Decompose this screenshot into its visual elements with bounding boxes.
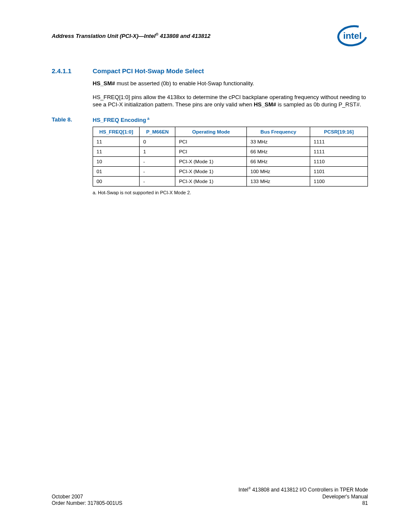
cell: 1111 [310, 146, 368, 156]
footer-page-number: 81 [238, 500, 368, 507]
section-number: 2.4.1.1 [52, 67, 93, 75]
th-opmode: Operating Mode [175, 127, 247, 137]
table-label-row: Table 8. HS_FREQ Encoding a [52, 116, 368, 123]
header-reg: ® [156, 32, 159, 37]
th-hsfreq: HS_FREQ[1:0] [93, 127, 140, 137]
table-row: 11 1 PCI 66 MHz 1111 [93, 146, 368, 156]
table-caption-sup: a [146, 116, 149, 121]
footer-product-pre: Intel [238, 487, 248, 493]
footer-product-post: 413808 and 413812 I/O Controllers in TPE… [251, 487, 368, 493]
footer-date: October 2007 [52, 494, 122, 501]
footer-manual: Developer's Manual [238, 494, 368, 501]
cell: PCI-X (Mode 1) [175, 176, 247, 186]
cell: 133 MHz [247, 176, 310, 186]
page-header: Address Translation Unit (PCI-X)—Intel® … [52, 25, 368, 47]
para1-rest: must be asserted (0b) to enable Hot-Swap… [115, 80, 254, 87]
cell: - [140, 156, 175, 166]
section-heading: 2.4.1.1 Compact PCI Hot-Swap Mode Select [52, 67, 368, 75]
paragraph-1: HS_SM# must be asserted (0b) to enable H… [93, 80, 368, 87]
cell: 66 MHz [247, 156, 310, 166]
cell: 1111 [310, 137, 368, 146]
table-row: 01 - PCI-X (Mode 1) 100 MHz 1101 [93, 166, 368, 176]
para2-bold: HS_SM# [254, 101, 276, 108]
footer-product: Intel® 413808 and 413812 I/O Controllers… [238, 486, 368, 494]
cell: 66 MHz [247, 146, 310, 156]
table-row: 00 - PCI-X (Mode 1) 133 MHz 1100 [93, 176, 368, 186]
cell: - [140, 176, 175, 186]
para1-bold: HS_SM# [93, 80, 115, 87]
table-caption-text: HS_FREQ Encoding [93, 117, 146, 123]
cell: 33 MHz [247, 137, 310, 146]
footer-left: October 2007 Order Number: 317805-001US [52, 494, 122, 507]
cell: PCI-X (Mode 1) [175, 166, 247, 176]
table-header-row: HS_FREQ[1:0] P_M66EN Operating Mode Bus … [93, 127, 368, 137]
header-title-post: 413808 and 413812 [159, 33, 211, 39]
hsfreq-table: HS_FREQ[1:0] P_M66EN Operating Mode Bus … [93, 127, 368, 187]
cell: 01 [93, 166, 140, 176]
header-title: Address Translation Unit (PCI-X)—Intel® … [52, 32, 210, 39]
table-row: 10 - PCI-X (Mode 1) 66 MHz 1110 [93, 156, 368, 166]
cell: 0 [140, 137, 175, 146]
intel-logo: intel [337, 25, 368, 47]
para2-line2: is sampled as 0b during P_RST#. [276, 101, 361, 108]
th-busfreq: Bus Frequency [247, 127, 310, 137]
cell: 100 MHz [247, 166, 310, 176]
section-title: Compact PCI Hot-Swap Mode Select [93, 67, 204, 75]
page-footer: October 2007 Order Number: 317805-001US … [52, 486, 368, 507]
th-pcsr: PCSR[19:16] [310, 127, 368, 137]
table-label: Table 8. [52, 116, 93, 123]
cell: 1 [140, 146, 175, 156]
cell: PCI-X (Mode 1) [175, 156, 247, 166]
cell: PCI [175, 146, 247, 156]
th-pm66en: P_M66EN [140, 127, 175, 137]
table-row: 11 0 PCI 33 MHz 1111 [93, 137, 368, 146]
footer-order-number: Order Number: 317805-001US [52, 500, 122, 507]
cell: 1110 [310, 156, 368, 166]
cell: 1101 [310, 166, 368, 176]
cell: 11 [93, 137, 140, 146]
table-footnote: a. Hot-Swap is not supported in PCI-X Mo… [93, 190, 368, 195]
cell: 1100 [310, 176, 368, 186]
cell: 11 [93, 146, 140, 156]
svg-text:intel: intel [343, 31, 361, 40]
cell: PCI [175, 137, 247, 146]
footer-right: Intel® 413808 and 413812 I/O Controllers… [238, 486, 368, 507]
cell: 00 [93, 176, 140, 186]
cell: 10 [93, 156, 140, 166]
header-title-pre: Address Translation Unit (PCI-X)—Intel [52, 33, 156, 39]
table-caption: HS_FREQ Encoding a [93, 116, 149, 123]
paragraph-2: HS_FREQ[1:0] pins allow the 4138xx to de… [93, 93, 368, 109]
cell: - [140, 166, 175, 176]
